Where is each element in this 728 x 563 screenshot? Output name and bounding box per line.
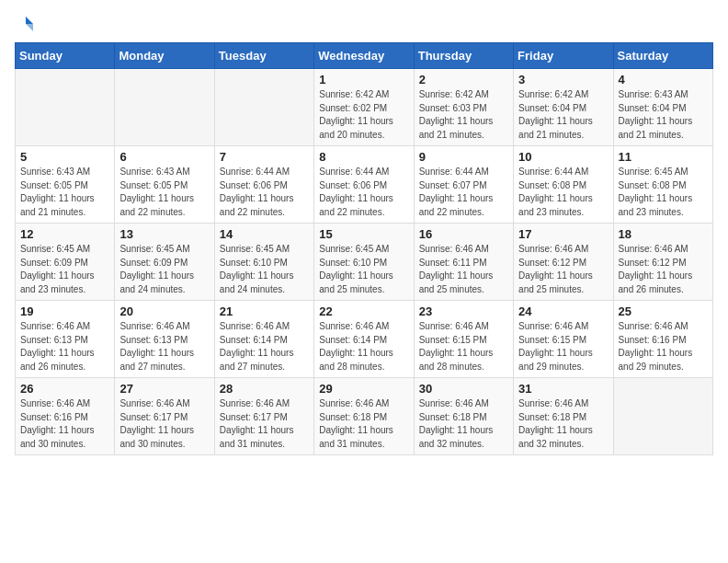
day-number: 20 bbox=[119, 304, 209, 318]
calendar-cell: 8Sunrise: 6:44 AMSunset: 6:06 PMDaylight… bbox=[314, 146, 414, 224]
day-info: Sunrise: 6:45 AMSunset: 6:09 PMDaylight:… bbox=[20, 243, 109, 296]
calendar-cell: 5Sunrise: 6:43 AMSunset: 6:05 PMDaylight… bbox=[16, 146, 115, 224]
calendar-cell: 26Sunrise: 6:46 AMSunset: 6:16 PMDayligh… bbox=[16, 378, 115, 455]
day-number: 27 bbox=[119, 382, 209, 396]
day-info: Sunrise: 6:43 AMSunset: 6:05 PMDaylight:… bbox=[20, 166, 109, 219]
calendar-cell: 25Sunrise: 6:46 AMSunset: 6:16 PMDayligh… bbox=[613, 301, 712, 378]
day-number: 23 bbox=[419, 304, 508, 318]
week-row-2: 12Sunrise: 6:45 AMSunset: 6:09 PMDayligh… bbox=[16, 224, 713, 301]
calendar-cell: 27Sunrise: 6:46 AMSunset: 6:17 PMDayligh… bbox=[115, 378, 214, 455]
day-info: Sunrise: 6:46 AMSunset: 6:18 PMDaylight:… bbox=[319, 397, 408, 451]
calendar-cell: 22Sunrise: 6:46 AMSunset: 6:14 PMDayligh… bbox=[314, 301, 414, 378]
calendar-cell bbox=[16, 69, 115, 146]
day-number: 12 bbox=[20, 227, 109, 241]
day-info: Sunrise: 6:46 AMSunset: 6:17 PMDaylight:… bbox=[119, 397, 209, 451]
day-number: 28 bbox=[220, 382, 309, 396]
calendar-cell: 24Sunrise: 6:46 AMSunset: 6:15 PMDayligh… bbox=[514, 301, 613, 378]
day-info: Sunrise: 6:46 AMSunset: 6:13 PMDaylight:… bbox=[20, 320, 109, 373]
day-number: 15 bbox=[319, 227, 408, 241]
day-number: 26 bbox=[20, 382, 109, 396]
calendar-cell: 18Sunrise: 6:46 AMSunset: 6:12 PMDayligh… bbox=[613, 224, 712, 301]
day-number: 10 bbox=[518, 150, 608, 164]
week-row-1: 5Sunrise: 6:43 AMSunset: 6:05 PMDaylight… bbox=[16, 146, 713, 224]
calendar-cell: 12Sunrise: 6:45 AMSunset: 6:09 PMDayligh… bbox=[16, 224, 115, 301]
calendar-cell: 11Sunrise: 6:45 AMSunset: 6:08 PMDayligh… bbox=[613, 146, 712, 224]
calendar-cell: 31Sunrise: 6:46 AMSunset: 6:18 PMDayligh… bbox=[514, 378, 613, 455]
day-number: 29 bbox=[319, 382, 408, 396]
calendar-cell: 21Sunrise: 6:46 AMSunset: 6:14 PMDayligh… bbox=[214, 301, 313, 378]
calendar-cell: 2Sunrise: 6:42 AMSunset: 6:03 PMDaylight… bbox=[414, 69, 513, 146]
day-number: 13 bbox=[119, 227, 209, 241]
day-number: 11 bbox=[619, 150, 708, 164]
day-info: Sunrise: 6:43 AMSunset: 6:05 PMDaylight:… bbox=[119, 166, 209, 219]
day-number: 5 bbox=[20, 150, 109, 164]
calendar-cell: 15Sunrise: 6:45 AMSunset: 6:10 PMDayligh… bbox=[314, 224, 414, 301]
day-info: Sunrise: 6:46 AMSunset: 6:12 PMDaylight:… bbox=[518, 243, 608, 296]
calendar-cell: 6Sunrise: 6:43 AMSunset: 6:05 PMDaylight… bbox=[115, 146, 214, 224]
day-info: Sunrise: 6:46 AMSunset: 6:11 PMDaylight:… bbox=[419, 243, 508, 296]
day-info: Sunrise: 6:46 AMSunset: 6:17 PMDaylight:… bbox=[220, 397, 309, 451]
day-info: Sunrise: 6:44 AMSunset: 6:07 PMDaylight:… bbox=[419, 166, 508, 219]
day-number: 17 bbox=[518, 227, 608, 241]
day-number: 21 bbox=[220, 304, 309, 318]
day-header-sunday: Sunday bbox=[16, 43, 115, 69]
calendar-cell: 28Sunrise: 6:46 AMSunset: 6:17 PMDayligh… bbox=[214, 378, 313, 455]
day-number: 3 bbox=[518, 73, 608, 86]
calendar-cell bbox=[613, 378, 712, 455]
day-number: 2 bbox=[419, 73, 508, 86]
day-info: Sunrise: 6:46 AMSunset: 6:18 PMDaylight:… bbox=[518, 397, 608, 451]
day-number: 14 bbox=[220, 227, 309, 241]
day-info: Sunrise: 6:44 AMSunset: 6:06 PMDaylight:… bbox=[220, 166, 309, 219]
week-row-4: 26Sunrise: 6:46 AMSunset: 6:16 PMDayligh… bbox=[16, 378, 713, 455]
day-info: Sunrise: 6:42 AMSunset: 6:03 PMDaylight:… bbox=[419, 88, 508, 142]
calendar-cell bbox=[214, 69, 313, 146]
day-info: Sunrise: 6:42 AMSunset: 6:02 PMDaylight:… bbox=[319, 88, 408, 142]
calendar-cell: 13Sunrise: 6:45 AMSunset: 6:09 PMDayligh… bbox=[115, 224, 214, 301]
week-row-0: 1Sunrise: 6:42 AMSunset: 6:02 PMDaylight… bbox=[16, 69, 713, 146]
svg-marker-0 bbox=[26, 17, 33, 24]
day-info: Sunrise: 6:45 AMSunset: 6:08 PMDaylight:… bbox=[619, 166, 708, 219]
day-info: Sunrise: 6:45 AMSunset: 6:10 PMDaylight:… bbox=[319, 243, 408, 296]
calendar-cell: 4Sunrise: 6:43 AMSunset: 6:04 PMDaylight… bbox=[613, 69, 712, 146]
day-info: Sunrise: 6:46 AMSunset: 6:16 PMDaylight:… bbox=[20, 397, 109, 451]
day-info: Sunrise: 6:45 AMSunset: 6:10 PMDaylight:… bbox=[220, 243, 309, 296]
calendar-cell: 20Sunrise: 6:46 AMSunset: 6:13 PMDayligh… bbox=[115, 301, 214, 378]
day-number: 18 bbox=[619, 227, 708, 241]
day-info: Sunrise: 6:46 AMSunset: 6:15 PMDaylight:… bbox=[419, 320, 508, 373]
day-info: Sunrise: 6:46 AMSunset: 6:14 PMDaylight:… bbox=[220, 320, 309, 373]
calendar-cell: 1Sunrise: 6:42 AMSunset: 6:02 PMDaylight… bbox=[314, 69, 414, 146]
day-info: Sunrise: 6:44 AMSunset: 6:08 PMDaylight:… bbox=[518, 166, 608, 219]
logo-icon bbox=[17, 15, 35, 33]
calendar-cell: 17Sunrise: 6:46 AMSunset: 6:12 PMDayligh… bbox=[514, 224, 613, 301]
calendar-cell: 10Sunrise: 6:44 AMSunset: 6:08 PMDayligh… bbox=[514, 146, 613, 224]
svg-marker-1 bbox=[26, 24, 33, 31]
calendar-cell: 7Sunrise: 6:44 AMSunset: 6:06 PMDaylight… bbox=[214, 146, 313, 224]
calendar-header-row: SundayMondayTuesdayWednesdayThursdayFrid… bbox=[16, 43, 713, 69]
day-header-tuesday: Tuesday bbox=[214, 43, 313, 69]
day-header-friday: Friday bbox=[514, 43, 613, 69]
day-info: Sunrise: 6:46 AMSunset: 6:16 PMDaylight:… bbox=[619, 320, 708, 373]
day-number: 22 bbox=[319, 304, 408, 318]
calendar-cell: 19Sunrise: 6:46 AMSunset: 6:13 PMDayligh… bbox=[16, 301, 115, 378]
day-number: 8 bbox=[319, 150, 408, 164]
day-info: Sunrise: 6:46 AMSunset: 6:14 PMDaylight:… bbox=[319, 320, 408, 373]
day-number: 1 bbox=[319, 73, 408, 86]
day-header-saturday: Saturday bbox=[613, 43, 712, 69]
day-number: 24 bbox=[518, 304, 608, 318]
week-row-3: 19Sunrise: 6:46 AMSunset: 6:13 PMDayligh… bbox=[16, 301, 713, 378]
day-number: 6 bbox=[119, 150, 209, 164]
calendar-cell: 9Sunrise: 6:44 AMSunset: 6:07 PMDaylight… bbox=[414, 146, 513, 224]
day-number: 7 bbox=[220, 150, 309, 164]
day-number: 19 bbox=[20, 304, 109, 318]
logo bbox=[15, 15, 35, 33]
day-info: Sunrise: 6:45 AMSunset: 6:09 PMDaylight:… bbox=[119, 243, 209, 296]
calendar-cell: 16Sunrise: 6:46 AMSunset: 6:11 PMDayligh… bbox=[414, 224, 513, 301]
calendar-cell: 23Sunrise: 6:46 AMSunset: 6:15 PMDayligh… bbox=[414, 301, 513, 378]
day-info: Sunrise: 6:46 AMSunset: 6:15 PMDaylight:… bbox=[518, 320, 608, 373]
day-header-monday: Monday bbox=[115, 43, 214, 69]
day-info: Sunrise: 6:42 AMSunset: 6:04 PMDaylight:… bbox=[518, 88, 608, 142]
day-info: Sunrise: 6:44 AMSunset: 6:06 PMDaylight:… bbox=[319, 166, 408, 219]
day-info: Sunrise: 6:46 AMSunset: 6:18 PMDaylight:… bbox=[419, 397, 508, 451]
day-number: 4 bbox=[619, 73, 708, 86]
header bbox=[15, 15, 713, 33]
